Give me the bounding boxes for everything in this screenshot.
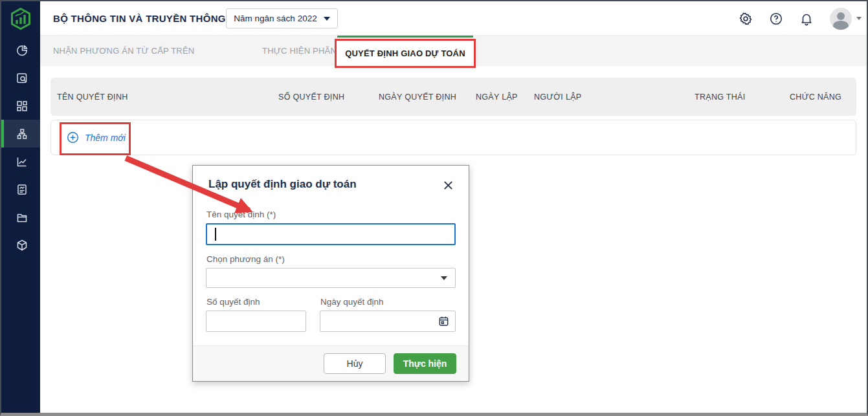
column-so-quyet-dinh: SỐ QUYẾT ĐỊNH bbox=[278, 93, 379, 102]
avatar bbox=[830, 8, 852, 30]
add-new-button[interactable]: Thêm mới bbox=[67, 131, 126, 144]
top-header: BỘ THÔNG TIN VÀ TRUYỀN THÔNG Năm ngân sá… bbox=[40, 1, 867, 36]
sidebar-item-analytics[interactable] bbox=[1, 148, 40, 175]
table-row: Thêm mới bbox=[50, 120, 856, 155]
column-ten-quyet-dinh: TÊN QUYẾT ĐỊNH bbox=[57, 93, 278, 102]
sidebar bbox=[1, 1, 40, 413]
sidebar-item-lookup[interactable] bbox=[1, 64, 40, 92]
bell-icon bbox=[799, 12, 814, 26]
help-icon bbox=[769, 12, 783, 26]
close-icon bbox=[442, 179, 454, 192]
settings-button[interactable] bbox=[739, 12, 753, 26]
column-ngay-quyet-dinh: NGÀY QUYẾT ĐỊNH bbox=[379, 93, 476, 102]
pie-chart-icon bbox=[16, 44, 28, 57]
tab-nhan-phuong-an[interactable]: NHẬN PHƯƠNG ÁN TỪ CẤP TRÊN bbox=[53, 36, 194, 66]
add-new-label: Thêm mới bbox=[85, 133, 126, 143]
caret-down-icon bbox=[441, 276, 447, 280]
caret-down-icon bbox=[856, 17, 862, 20]
sidebar-item-allocation[interactable] bbox=[1, 120, 40, 148]
report-icon bbox=[16, 183, 28, 196]
calendar-icon bbox=[438, 315, 450, 327]
org-chart-icon bbox=[16, 127, 28, 140]
column-trang-thai: TRẠNG THÁI bbox=[695, 93, 790, 102]
account-menu[interactable] bbox=[830, 8, 862, 30]
budget-year-label: Năm ngân sách 2022 bbox=[234, 14, 317, 23]
table-header-row: TÊN QUYẾT ĐỊNH SỐ QUYẾT ĐỊNH NGÀY QUYẾT … bbox=[50, 78, 856, 116]
modal-title: Lập quyết định giao dự toán bbox=[208, 178, 357, 191]
chon-phuong-an-select[interactable] bbox=[206, 268, 456, 288]
sidebar-item-overview[interactable] bbox=[1, 36, 40, 64]
column-chuc-nang: CHỨC NĂNG bbox=[790, 93, 856, 102]
field-label-ngay-quyet-dinh: Ngày quyết định bbox=[320, 297, 456, 307]
gear-icon bbox=[739, 12, 753, 26]
budget-year-selector[interactable]: Năm ngân sách 2022 bbox=[226, 8, 338, 28]
page-title: BỘ THÔNG TIN VÀ TRUYỀN THÔNG bbox=[53, 1, 226, 36]
logo-hexagon-chart-icon bbox=[9, 7, 32, 30]
create-decision-modal: Lập quyết định giao dự toán Tên quyết đị… bbox=[192, 165, 469, 382]
text-cursor bbox=[215, 228, 216, 241]
modal-body: Tên quyết định (*) Chọn phương án (*) Số… bbox=[193, 210, 469, 332]
caret-down-icon bbox=[324, 17, 330, 21]
close-button[interactable] bbox=[442, 179, 454, 194]
active-tab-indicator bbox=[337, 36, 473, 38]
sidebar-item-catalog[interactable] bbox=[1, 231, 40, 259]
notifications-button[interactable] bbox=[799, 12, 814, 26]
app-window: BỘ THÔNG TIN VÀ TRUYỀN THÔNG Năm ngân sá… bbox=[0, 0, 868, 416]
so-quyet-dinh-input[interactable] bbox=[206, 311, 306, 332]
folder-icon bbox=[16, 211, 28, 224]
cube-icon bbox=[16, 239, 28, 252]
tab-bar: NHẬN PHƯƠNG ÁN TỪ CẤP TRÊN THỰC HIỆN PHÂ… bbox=[40, 36, 867, 66]
dashboard-icon bbox=[16, 100, 28, 113]
cancel-button[interactable]: Hủy bbox=[324, 353, 386, 374]
modal-footer: Hủy Thực hiện bbox=[193, 345, 469, 381]
field-label-so-quyet-dinh: Số quyết định bbox=[206, 297, 306, 307]
column-ngay-lap: NGÀY LẬP bbox=[476, 93, 534, 102]
help-button[interactable] bbox=[769, 12, 783, 26]
sidebar-item-dashboard[interactable] bbox=[1, 92, 40, 120]
date-picker-button[interactable] bbox=[438, 315, 450, 330]
submit-button[interactable]: Thực hiện bbox=[394, 353, 456, 374]
tab-quyet-dinh-giao-du-toan[interactable]: QUYẾT ĐỊNH GIAO DỰ TOÁN bbox=[335, 39, 476, 68]
line-chart-icon bbox=[16, 155, 28, 168]
ngay-quyet-dinh-input[interactable] bbox=[320, 311, 456, 332]
header-actions bbox=[739, 1, 862, 36]
sidebar-item-documents[interactable] bbox=[1, 203, 40, 231]
app-logo[interactable] bbox=[1, 1, 40, 36]
file-search-icon bbox=[16, 72, 28, 85]
modal-header: Lập quyết định giao dự toán bbox=[193, 166, 469, 194]
column-nguoi-lap: NGƯỜI LẬP bbox=[534, 93, 695, 102]
ten-quyet-dinh-input[interactable] bbox=[206, 223, 456, 245]
field-label-chon-phuong-an: Chọn phương án (*) bbox=[206, 254, 456, 264]
plus-circle-icon bbox=[67, 131, 79, 144]
field-label-ten-quyet-dinh: Tên quyết định (*) bbox=[206, 210, 456, 219]
sidebar-item-reports[interactable] bbox=[1, 175, 40, 203]
